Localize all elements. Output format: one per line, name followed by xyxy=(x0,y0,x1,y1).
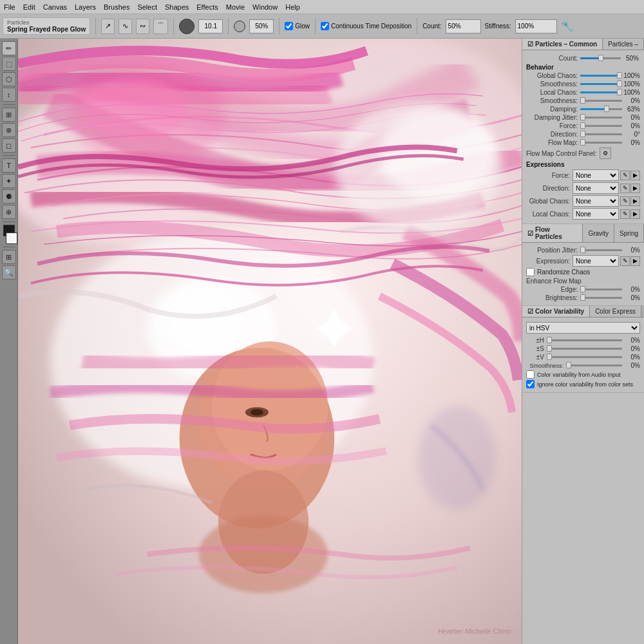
fm-thumb[interactable] xyxy=(580,139,585,146)
sm2-thumb[interactable] xyxy=(580,97,585,104)
tool-crop[interactable]: ⊞ xyxy=(2,108,16,122)
edge-slider[interactable] xyxy=(580,289,622,290)
glow-checkbox[interactable] xyxy=(285,22,293,30)
egc-add[interactable]: ▶ xyxy=(630,196,640,206)
tool-lasso[interactable]: ⬡ xyxy=(2,72,16,86)
ed-select[interactable]: None xyxy=(573,182,619,194)
tool-navigator[interactable]: ⊞ xyxy=(2,250,16,264)
sm1-slider[interactable] xyxy=(580,83,622,85)
elc-select[interactable]: None xyxy=(573,208,619,220)
force-slider[interactable] xyxy=(580,125,622,127)
ef-select[interactable]: None xyxy=(573,169,619,181)
tool-mixer[interactable]: ⊕ xyxy=(2,205,16,219)
menu-brushes[interactable]: Brushes xyxy=(104,3,129,11)
elc-add[interactable]: ▶ xyxy=(630,209,640,219)
opacity-circle[interactable] xyxy=(234,21,245,32)
variant-btn[interactable]: ↗ xyxy=(101,19,115,34)
tool-eraser[interactable]: ◻ xyxy=(2,138,16,153)
menu-canvas[interactable]: Canvas xyxy=(43,3,67,11)
path-btn[interactable]: ⌒ xyxy=(153,19,168,34)
ignore-checkbox[interactable] xyxy=(526,380,535,388)
lc-slider[interactable] xyxy=(580,91,622,93)
glow-label[interactable]: Glow xyxy=(285,22,310,30)
count-input[interactable] xyxy=(446,19,481,33)
pj-thumb[interactable] xyxy=(580,247,585,253)
pj-slider[interactable] xyxy=(580,249,622,251)
color-circle[interactable] xyxy=(179,19,194,34)
menu-help[interactable]: Help xyxy=(285,3,300,11)
ef-edit[interactable]: ✎ xyxy=(620,171,630,180)
menu-file[interactable]: File xyxy=(4,3,15,11)
tool-text[interactable]: T xyxy=(2,158,16,173)
menu-shapes[interactable]: Shapes xyxy=(165,3,189,11)
menu-edit[interactable]: Edit xyxy=(23,3,35,11)
tab-color-variability[interactable]: ☑ Color Variability xyxy=(522,306,590,317)
dampj-thumb[interactable] xyxy=(580,114,585,120)
egc-edit[interactable]: ✎ xyxy=(620,196,630,206)
hsvs-thumb[interactable] xyxy=(547,345,552,352)
randomize-checkbox[interactable] xyxy=(526,268,535,276)
sm2-slider[interactable] xyxy=(580,100,622,102)
hsvsmooth-slider[interactable] xyxy=(566,365,622,366)
wrench-button[interactable]: 🔧 xyxy=(561,20,574,32)
hsvs-slider[interactable] xyxy=(547,348,622,350)
dampj-slider[interactable] xyxy=(580,117,622,118)
tab-gravity[interactable]: Gravity xyxy=(583,224,614,242)
tab-flow-particles[interactable]: ☑ Flow Particles xyxy=(522,224,583,242)
stiffness-input[interactable] xyxy=(515,19,557,33)
dir-slider[interactable] xyxy=(580,133,622,135)
hsvv-slider[interactable] xyxy=(547,356,622,358)
menu-select[interactable]: Select xyxy=(137,3,157,11)
hsvv-thumb[interactable] xyxy=(547,354,552,360)
tab-spring[interactable]: Spring xyxy=(614,224,644,242)
count-thumb[interactable] xyxy=(598,55,603,61)
tool-fill[interactable]: ⊗ xyxy=(2,123,16,137)
force-thumb[interactable] xyxy=(580,122,585,129)
bright-slider[interactable] xyxy=(580,297,622,299)
brush-info[interactable]: Particles Spring Frayed Rope Glow xyxy=(3,17,90,35)
tab-color-express[interactable]: Color Express xyxy=(590,306,641,317)
menu-window[interactable]: Window xyxy=(252,3,278,11)
continuous-label[interactable]: Continuous Time Deposition xyxy=(321,22,412,30)
background-color[interactable] xyxy=(6,232,17,244)
flow-map-control-btn[interactable]: ⚙ xyxy=(600,147,611,159)
egc-select[interactable]: None xyxy=(573,195,619,207)
elc-edit[interactable]: ✎ xyxy=(620,209,630,219)
size-input[interactable] xyxy=(198,19,223,33)
tool-select[interactable]: ⬚ xyxy=(2,57,16,71)
hsvh-thumb[interactable] xyxy=(547,337,552,343)
bright-thumb[interactable] xyxy=(580,294,585,301)
damp-thumb[interactable] xyxy=(604,106,609,112)
canvas-area[interactable]: Heather Michelle Chinn xyxy=(18,39,522,644)
tab-particles-common[interactable]: ☑ Particles – Common xyxy=(522,39,603,50)
hsvh-slider[interactable] xyxy=(547,339,622,341)
tool-eyedropper[interactable]: ⚈ xyxy=(2,189,16,204)
ed-add[interactable]: ▶ xyxy=(630,184,640,193)
hsv-select[interactable]: in HSV xyxy=(526,322,640,334)
count-slider[interactable] xyxy=(580,57,621,59)
audio-checkbox[interactable] xyxy=(526,370,535,379)
damp-slider[interactable] xyxy=(580,108,622,110)
tool-brush[interactable]: ✏ xyxy=(2,41,16,55)
opacity-input[interactable] xyxy=(249,19,274,33)
tab-particles[interactable]: Particles – xyxy=(603,39,644,50)
exp-add[interactable]: ▶ xyxy=(630,256,640,266)
lc-thumb[interactable] xyxy=(617,89,622,95)
edge-thumb[interactable] xyxy=(580,286,585,292)
tool-transform[interactable]: ↕ xyxy=(2,88,16,102)
sm1-thumb[interactable] xyxy=(617,80,622,87)
gc-slider[interactable] xyxy=(580,75,622,77)
wave2-btn[interactable]: ∾ xyxy=(136,19,149,34)
gc-thumb[interactable] xyxy=(617,72,622,79)
continuous-checkbox[interactable] xyxy=(321,22,329,30)
menu-layers[interactable]: Layers xyxy=(75,3,96,11)
fm-slider[interactable] xyxy=(580,142,622,144)
exp-edit[interactable]: ✎ xyxy=(620,256,630,266)
tool-shape[interactable]: ✦ xyxy=(2,174,16,188)
menu-movie[interactable]: Movie xyxy=(226,3,245,11)
wave-btn[interactable]: ∿ xyxy=(118,19,132,34)
dir-thumb[interactable] xyxy=(580,131,585,137)
exp-select[interactable]: None xyxy=(573,255,619,267)
ed-edit[interactable]: ✎ xyxy=(620,184,630,193)
tool-zoom[interactable]: 🔍 xyxy=(2,265,16,279)
